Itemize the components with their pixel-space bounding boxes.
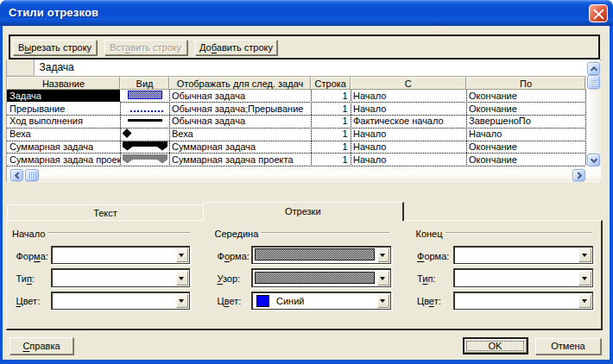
bar-sample-project-summary [123, 154, 168, 164]
dialog-body: Вырезать строку Вставить строку Добавить… [3, 26, 610, 360]
column-header-row[interactable]: Строка [311, 77, 351, 90]
help-button[interactable]: Справка [9, 337, 73, 355]
row-show-for: Веха [172, 128, 311, 140]
bar-sample-interruption [130, 110, 163, 112]
insert-row-button[interactable]: Вставить строку [104, 40, 188, 55]
row-from: Начало [353, 141, 465, 153]
column-header-name[interactable]: Название [7, 77, 120, 90]
hatched-pattern-swatch [255, 272, 375, 284]
dropdown-button[interactable] [377, 271, 390, 286]
column-header-from[interactable]: С [351, 77, 467, 90]
row-from: Фактическое начало [353, 115, 465, 127]
group-divider [43, 232, 190, 233]
row-to: Окончание [469, 90, 585, 102]
row-name[interactable]: Суммарная задача проекта [9, 154, 121, 166]
vertical-scroll-thumb[interactable] [587, 75, 600, 89]
color-value: Синий [276, 296, 304, 306]
start-shape-combo[interactable] [51, 246, 191, 265]
row-count: 1 [311, 103, 348, 115]
middle-pattern-combo[interactable] [251, 268, 391, 287]
table-header: Название Вид Отображать для след. задач … [7, 76, 587, 90]
column-header-to[interactable]: По [466, 77, 585, 90]
cut-row-button[interactable]: Вырезать строку [13, 40, 97, 55]
dropdown-button[interactable] [578, 271, 591, 286]
dropdown-arrow-icon [582, 277, 587, 280]
tab-bars[interactable]: Отрезки [203, 202, 404, 221]
end-type-label: Тип: [417, 273, 435, 284]
add-row-label: Добавить строку [199, 42, 273, 53]
group-divider [446, 232, 591, 233]
scroll-down-button[interactable] [587, 154, 600, 166]
bar-styles-dialog: Стили отрезков Вырезать строку Вставить … [0, 0, 613, 364]
column-header-show-for[interactable]: Отображать для след. задач [169, 77, 311, 90]
vertical-scrollbar[interactable] [586, 60, 601, 167]
window-title: Стили отрезков [9, 6, 98, 19]
middle-color-label: Цвет: [218, 296, 242, 306]
help-label: Справка [22, 341, 60, 351]
dropdown-button[interactable] [176, 248, 189, 263]
start-color-combo[interactable] [51, 292, 191, 311]
entry-bar-left-cell [7, 60, 35, 76]
end-color-label: Цвет: [417, 296, 441, 306]
row-name[interactable]: Ход выполнения [9, 115, 121, 127]
row-show-for: Суммарная задача [172, 141, 311, 153]
dropdown-arrow-icon [380, 299, 385, 303]
horizontal-scroll-thumb[interactable] [25, 169, 39, 182]
scroll-up-button[interactable] [587, 62, 600, 75]
close-button[interactable] [589, 4, 608, 22]
grid-line [120, 90, 121, 103]
thumb-grip-icon [29, 173, 35, 179]
middle-color-combo[interactable]: Синий [251, 292, 391, 311]
dropdown-button[interactable] [377, 294, 390, 309]
row-show-for: Суммарная задача проекта [172, 154, 311, 166]
end-shape-combo[interactable] [453, 246, 593, 265]
scroll-right-button[interactable] [572, 169, 585, 182]
end-shape-label: Форма: [417, 251, 449, 261]
thumb-grip-icon [591, 80, 597, 86]
dropdown-arrow-icon [179, 254, 184, 257]
row-name[interactable]: Задача [7, 90, 120, 103]
end-color-combo[interactable] [453, 292, 593, 311]
scroll-left-button[interactable] [10, 169, 23, 182]
dropdown-button[interactable] [176, 294, 189, 309]
dropdown-arrow-icon [380, 277, 385, 280]
end-type-combo[interactable] [453, 268, 593, 287]
row-show-for: Обычная задача;Прерывание [172, 103, 311, 115]
dropdown-button[interactable] [176, 271, 189, 286]
start-type-combo[interactable] [51, 268, 191, 287]
dropdown-button[interactable] [578, 294, 591, 309]
middle-shape-label: Форма: [218, 251, 250, 261]
entry-bar-value[interactable]: Задача [40, 61, 74, 73]
ok-face: OK [464, 339, 527, 354]
title-bar[interactable]: Стили отрезков [0, 0, 613, 26]
dropdown-arrow-icon [582, 254, 587, 257]
cancel-button[interactable]: Отмена [535, 338, 601, 355]
row-name[interactable]: Суммарная задача [9, 141, 121, 153]
bar-sample-progress [128, 119, 163, 122]
row-name[interactable]: Веха [9, 128, 121, 140]
row-name[interactable]: Прерывание [9, 103, 121, 115]
dropdown-arrow-icon [582, 299, 587, 303]
row-to: Окончание [469, 154, 585, 166]
column-header-bar[interactable]: Вид [120, 77, 169, 90]
dropdown-arrow-icon [179, 277, 184, 280]
tab-text[interactable]: Текст [7, 204, 203, 220]
hatched-pattern-swatch [255, 248, 375, 260]
row-buttons-box: Вырезать строку Вставить строку Добавить… [9, 35, 600, 60]
start-type-label: Тип: [16, 273, 35, 284]
cancel-label: Отмена [551, 341, 585, 351]
dropdown-arrow-icon [179, 299, 184, 303]
dropdown-button[interactable] [377, 248, 390, 263]
bar-styles-table: Задача Название Вид Отображать для след.… [6, 60, 601, 183]
grid-line [7, 102, 120, 103]
ok-button[interactable]: OK [463, 337, 528, 355]
dropdown-button[interactable] [578, 248, 591, 263]
horizontal-scrollbar[interactable] [7, 166, 601, 181]
chevron-right-icon [575, 171, 585, 180]
add-row-button[interactable]: Добавить строку [195, 40, 277, 55]
group-label-middle: Середина [215, 229, 262, 239]
color-swatch-blue [256, 295, 269, 308]
middle-shape-combo[interactable] [251, 246, 391, 265]
group-label-end: Конец [416, 229, 446, 239]
row-show-for: Обычная задача [172, 90, 311, 102]
